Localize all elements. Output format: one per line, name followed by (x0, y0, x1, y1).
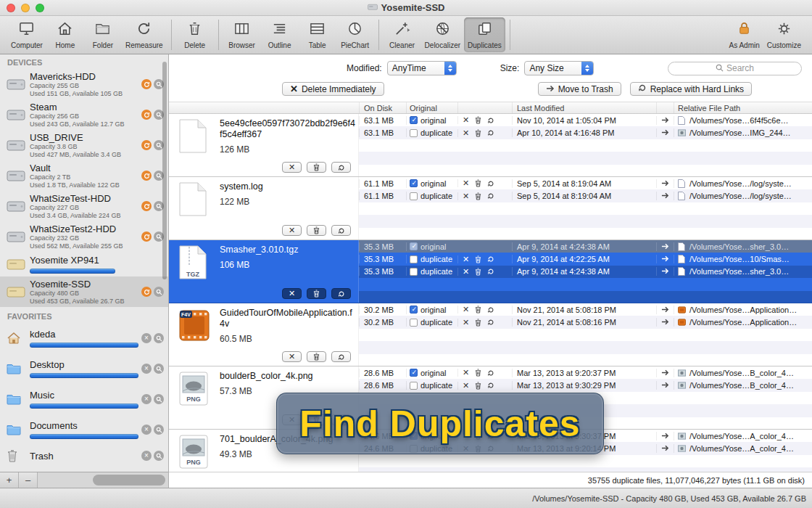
sidebar-scrollbar[interactable] (162, 62, 167, 279)
toolbar-table-button[interactable]: Table (299, 17, 336, 52)
toolbar-home-button[interactable]: Home (46, 17, 84, 52)
toolbar-as-admin-button[interactable]: As Admin (726, 17, 763, 52)
duplicate-row[interactable]: 61.1 MB duplicate ✕ Sep 5, 2014 at 8:19:… (359, 189, 812, 202)
row-trash-icon[interactable] (475, 369, 481, 377)
row-delete-icon[interactable]: ✕ (463, 179, 469, 187)
inspect-badge-icon[interactable] (154, 451, 164, 461)
scrollbar-thumb[interactable] (93, 475, 165, 486)
reveal-arrow-icon[interactable] (656, 255, 674, 263)
reveal-arrow-icon[interactable] (656, 179, 674, 188)
sidebar-item-whatsizetest2-hdd[interactable]: WhatSizeTest2-HDDCapacity 232 GBUsed 562… (0, 221, 168, 252)
row-trash-icon[interactable] (475, 129, 481, 137)
sidebar-item-steam[interactable]: SteamCapacity 256 GBUsed 243 GB, Availab… (0, 99, 168, 130)
row-hardlink-icon[interactable] (487, 369, 494, 377)
group-hardlink-button[interactable] (331, 288, 351, 299)
sidebar-item-documents[interactable]: Documents × (0, 414, 168, 445)
row-delete-icon[interactable]: ✕ (463, 192, 469, 200)
toolbar-duplicates-button[interactable]: Duplicates (464, 17, 505, 52)
remeasure-badge-icon[interactable] (141, 171, 152, 181)
reveal-arrow-icon[interactable] (656, 116, 674, 125)
duplicate-row[interactable]: 63.1 MB original ✕ Nov 10, 2014 at 1:05:… (359, 114, 812, 126)
duplicate-group[interactable]: system.log122 MB ✕ 61.1 MB original ✕ S (169, 177, 812, 240)
sidebar-item-music[interactable]: Music × (0, 384, 168, 414)
row-delete-icon[interactable]: ✕ (463, 255, 469, 263)
original-checkbox[interactable] (410, 116, 418, 124)
row-hardlink-icon[interactable] (487, 306, 494, 314)
original-checkbox[interactable] (410, 192, 418, 200)
remove-favorite-button[interactable]: – (19, 472, 38, 488)
reveal-arrow-icon[interactable] (656, 318, 674, 327)
inspect-badge-icon[interactable] (154, 394, 164, 404)
original-checkbox[interactable] (410, 268, 418, 276)
sidebar-item-mavericks-hdd[interactable]: Mavericks-HDDCapacity 255 GBUsed 151 GB,… (0, 69, 168, 99)
original-checkbox[interactable] (410, 306, 418, 314)
column-header-original[interactable]: Original (406, 102, 457, 113)
duplicate-row[interactable]: 28.6 MB duplicate ✕ Mar 13, 2013 at 9:30… (359, 379, 812, 391)
sidebar-item-usb-drive[interactable]: USB_DRIVECapacity 3.8 GBUsed 427 MB, Ava… (0, 130, 168, 160)
inspect-badge-icon[interactable] (154, 425, 164, 435)
horizontal-scrollbar[interactable] (38, 472, 168, 488)
duplicate-group[interactable]: F4V GuidedTourOfMobileApplication.f4v60.… (169, 303, 812, 366)
remove-badge-icon[interactable]: × (141, 333, 152, 343)
row-trash-icon[interactable] (475, 319, 481, 327)
row-trash-icon[interactable] (475, 255, 481, 263)
column-header-last-modified[interactable]: Last Modified (512, 102, 656, 113)
remeasure-badge-icon[interactable] (141, 201, 152, 211)
row-trash-icon[interactable] (475, 268, 481, 276)
group-delete-button[interactable]: ✕ (282, 162, 302, 173)
column-header-path[interactable]: Relative File Path (674, 102, 812, 113)
original-checkbox[interactable] (410, 319, 418, 327)
remeasure-badge-icon[interactable] (141, 110, 152, 120)
toolbar-customize-button[interactable]: Customize (763, 17, 805, 52)
original-checkbox[interactable] (410, 242, 418, 250)
remeasure-badge-icon[interactable] (141, 232, 152, 242)
toolbar-outline-button[interactable]: Outline (261, 17, 299, 52)
toolbar-cleaner-button[interactable]: Cleaner (384, 17, 421, 52)
group-hardlink-button[interactable] (331, 351, 351, 362)
row-delete-icon[interactable]: ✕ (463, 268, 469, 276)
row-trash-icon[interactable] (475, 192, 481, 200)
sidebar-item-whatsizetest-hdd[interactable]: WhatSizeTest-HDDCapacity 227 GBUsed 3.4 … (0, 191, 168, 221)
sidebar-item-desktop[interactable]: Desktop × (0, 353, 168, 384)
duplicate-row[interactable]: 35.3 MB duplicate ✕ Apr 9, 2014 at 4:22:… (359, 253, 812, 265)
sidebar-item-vault[interactable]: VaultCapacity 2 TBUsed 1.8 TB, Available… (0, 160, 168, 191)
row-hardlink-icon[interactable] (487, 180, 494, 187)
group-trash-button[interactable] (307, 351, 326, 362)
duplicate-row[interactable]: 30.2 MB original ✕ Nov 21, 2014 at 5:08:… (359, 303, 812, 316)
row-hardlink-icon[interactable] (487, 117, 494, 124)
reveal-arrow-icon[interactable] (656, 267, 674, 276)
original-checkbox[interactable] (410, 369, 418, 377)
row-hardlink-icon[interactable] (487, 255, 494, 263)
sidebar-item-yosemite-xp941[interactable]: Yosemite XP941 (0, 252, 168, 276)
remeasure-badge-icon[interactable] (141, 287, 152, 297)
duplicate-group[interactable]: 5ee49cfee0597f73072bdb2f9e6f4f5c4eff3671… (169, 114, 812, 177)
row-hardlink-icon[interactable] (487, 382, 494, 389)
inspect-badge-icon[interactable] (154, 333, 164, 343)
inspect-badge-icon[interactable] (154, 364, 164, 374)
group-trash-button[interactable] (307, 162, 326, 173)
group-hardlink-button[interactable] (331, 162, 351, 173)
size-filter-popup[interactable]: Any Size (524, 61, 594, 75)
minimize-window-button[interactable] (21, 4, 30, 12)
toolbar-delocalizer-button[interactable]: Delocalizer (421, 17, 464, 52)
row-delete-icon[interactable]: ✕ (463, 369, 469, 377)
column-header-on-disk[interactable]: On Disk (359, 102, 406, 113)
group-delete-button[interactable]: ✕ (282, 351, 302, 362)
original-checkbox[interactable] (410, 179, 418, 187)
reveal-arrow-icon[interactable] (656, 192, 674, 200)
group-delete-button[interactable]: ✕ (282, 288, 302, 299)
toolbar-delete-button[interactable]: Delete (176, 17, 214, 52)
row-trash-icon[interactable] (475, 306, 481, 314)
reveal-arrow-icon[interactable] (656, 306, 674, 314)
inspect-badge-icon[interactable] (154, 287, 164, 297)
toolbar-computer-button[interactable]: Computer (7, 17, 46, 52)
remove-badge-icon[interactable]: × (141, 394, 152, 404)
group-trash-button[interactable] (307, 225, 326, 236)
row-hardlink-icon[interactable] (487, 192, 494, 200)
row-delete-icon[interactable]: ✕ (463, 382, 469, 390)
sidebar-item-yosemite-ssd[interactable]: Yosemite-SSDCapacity 480 GBUsed 453 GB, … (0, 276, 168, 307)
original-checkbox[interactable] (410, 129, 418, 137)
row-delete-icon[interactable]: ✕ (463, 129, 469, 137)
duplicate-row[interactable]: 30.2 MB duplicate ✕ Nov 21, 2014 at 5:08… (359, 316, 812, 328)
duplicate-row[interactable]: 61.1 MB original ✕ Sep 5, 2014 at 8:19:0… (359, 177, 812, 189)
